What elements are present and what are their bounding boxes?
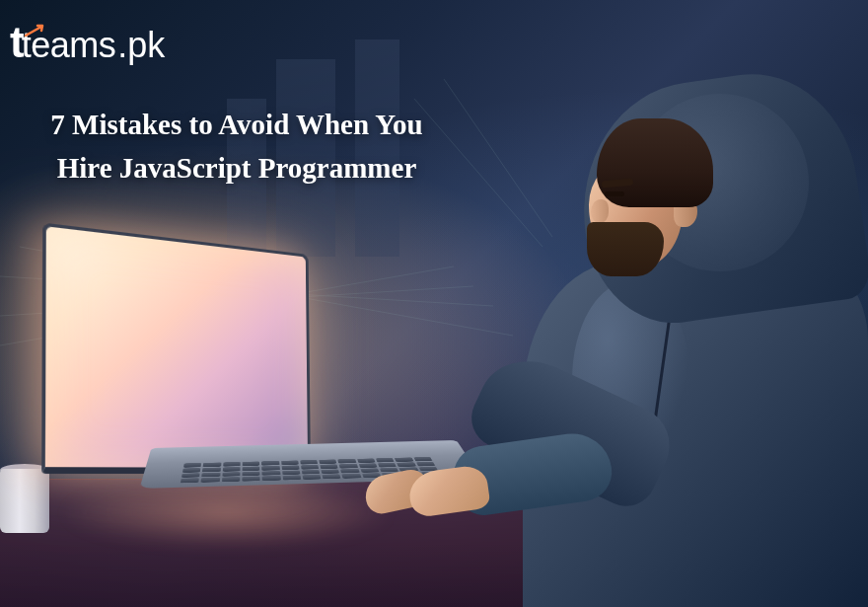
- person-head: [587, 118, 715, 271]
- logo: t teams .pk: [10, 18, 165, 67]
- logo-text-suffix: .pk: [117, 25, 165, 66]
- logo-arrow-icon: [24, 24, 47, 38]
- programmer-illustration: [444, 54, 868, 607]
- hero-banner: t teams .pk 7 Mistakes to Avoid When You…: [0, 0, 868, 607]
- logo-letter-t: t: [10, 18, 24, 67]
- article-headline: 7 Mistakes to Avoid When You Hire JavaSc…: [49, 104, 424, 190]
- laptop-screen: [41, 223, 311, 474]
